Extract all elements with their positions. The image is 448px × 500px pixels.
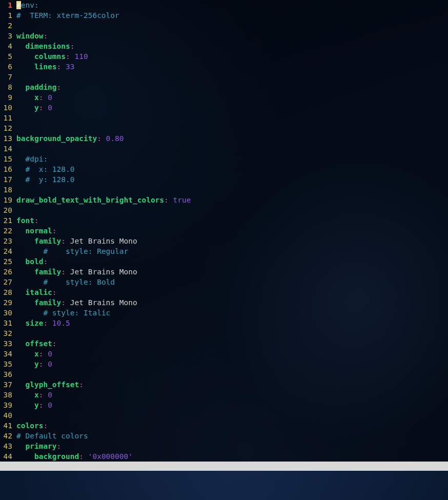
code-line[interactable]: 5 columns: 110 bbox=[0, 51, 448, 62]
code-line[interactable]: 7 bbox=[0, 72, 448, 82]
code-line[interactable]: 39 y: 0 bbox=[0, 400, 448, 410]
code-line[interactable]: 8 padding: bbox=[0, 82, 448, 92]
code-editor[interactable]: 1#env:1# TERM: xterm-256color23window:4 … bbox=[0, 0, 448, 462]
code-token: 0 bbox=[48, 391, 52, 399]
code-content[interactable]: y: 0 bbox=[16, 103, 448, 113]
code-line[interactable]: 31 size: 10.5 bbox=[0, 318, 448, 328]
code-line[interactable]: 21font: bbox=[0, 215, 448, 226]
code-line[interactable]: 41colors: bbox=[0, 421, 448, 431]
code-line[interactable]: 1# TERM: xterm-256color bbox=[0, 10, 448, 21]
code-content[interactable]: columns: 110 bbox=[16, 51, 448, 62]
code-line[interactable]: 44 background: '0x000000' bbox=[0, 451, 448, 462]
code-content[interactable]: offset: bbox=[16, 338, 448, 349]
code-token bbox=[16, 278, 43, 286]
code-token bbox=[16, 401, 34, 409]
code-line[interactable]: 19draw_bold_text_with_bright_colors: tru… bbox=[0, 195, 448, 205]
code-content[interactable]: # Default colors bbox=[16, 431, 448, 441]
code-content[interactable]: x: 0 bbox=[16, 390, 448, 400]
code-content[interactable]: # x: 128.0 bbox=[16, 164, 448, 174]
code-token bbox=[43, 401, 48, 409]
code-line[interactable]: 12 bbox=[0, 123, 448, 133]
code-content[interactable]: primary: bbox=[16, 441, 448, 451]
code-content[interactable]: background: '0x000000' bbox=[16, 451, 448, 462]
code-line[interactable]: 10 y: 0 bbox=[0, 103, 448, 113]
code-content[interactable]: draw_bold_text_with_bright_colors: true bbox=[16, 195, 448, 205]
code-line[interactable]: 43 primary: bbox=[0, 441, 448, 451]
code-content[interactable]: x: 0 bbox=[16, 92, 448, 103]
code-token: # Default colors bbox=[16, 432, 88, 440]
code-token: : bbox=[61, 237, 66, 245]
code-line[interactable]: 11 bbox=[0, 113, 448, 123]
code-line[interactable]: 4 dimensions: bbox=[0, 41, 448, 51]
code-content[interactable]: # style: Italic bbox=[16, 308, 448, 318]
code-line[interactable]: 33 offset: bbox=[0, 338, 448, 349]
code-line[interactable]: 2 bbox=[0, 21, 448, 31]
code-content[interactable]: bold: bbox=[16, 256, 448, 267]
code-content[interactable]: # y: 128.0 bbox=[16, 174, 448, 185]
code-line[interactable]: 27 # style: Bold bbox=[0, 277, 448, 287]
code-content[interactable]: lines: 33 bbox=[16, 62, 448, 72]
code-token: # x: 128.0 bbox=[25, 165, 74, 173]
code-line[interactable]: 36 bbox=[0, 369, 448, 379]
code-content[interactable]: y: 0 bbox=[16, 359, 448, 369]
code-content[interactable]: normal: bbox=[16, 226, 448, 236]
code-line[interactable]: 25 bold: bbox=[0, 256, 448, 267]
code-content[interactable]: size: 10.5 bbox=[16, 318, 448, 328]
code-token bbox=[16, 42, 25, 50]
code-content[interactable]: x: 0 bbox=[16, 349, 448, 359]
code-line[interactable]: 30 # style: Italic bbox=[0, 308, 448, 318]
code-content[interactable]: #dpi: bbox=[16, 154, 448, 164]
code-line[interactable]: 35 y: 0 bbox=[0, 359, 448, 369]
code-token: draw_bold_text_with_bright_colors bbox=[16, 196, 164, 204]
code-content[interactable]: colors: bbox=[16, 421, 448, 431]
line-number: 12 bbox=[0, 123, 16, 133]
code-content[interactable]: #env: bbox=[16, 0, 448, 10]
code-line[interactable]: 32 bbox=[0, 328, 448, 338]
code-line[interactable]: 23 family: Jet Brains Mono bbox=[0, 236, 448, 246]
code-content[interactable]: window: bbox=[16, 31, 448, 41]
code-line[interactable]: 29 family: Jet Brains Mono bbox=[0, 297, 448, 308]
line-number: 4 bbox=[0, 41, 16, 51]
line-number: 29 bbox=[0, 297, 16, 308]
code-token: lines bbox=[34, 63, 57, 71]
code-line[interactable]: 28 italic: bbox=[0, 287, 448, 297]
code-token: x bbox=[34, 93, 39, 102]
code-content[interactable]: family: Jet Brains Mono bbox=[16, 297, 448, 308]
code-token: : bbox=[57, 63, 62, 71]
code-line[interactable]: 26 family: Jet Brains Mono bbox=[0, 267, 448, 277]
code-content[interactable]: font: bbox=[16, 215, 448, 226]
code-token: Jet Brains Mono bbox=[66, 237, 137, 245]
code-line[interactable]: 13background_opacity: 0.80 bbox=[0, 133, 448, 144]
code-token bbox=[16, 339, 25, 348]
code-line[interactable]: 14 bbox=[0, 144, 448, 154]
code-content[interactable]: padding: bbox=[16, 82, 448, 92]
code-line[interactable]: 15 #dpi: bbox=[0, 154, 448, 164]
code-content[interactable]: y: 0 bbox=[16, 400, 448, 410]
code-line[interactable]: 42# Default colors bbox=[0, 431, 448, 441]
code-content[interactable]: # style: Regular bbox=[16, 246, 448, 256]
code-content[interactable]: italic: bbox=[16, 287, 448, 297]
code-line[interactable]: 17 # y: 128.0 bbox=[0, 174, 448, 185]
code-line[interactable]: 40 bbox=[0, 410, 448, 421]
code-line[interactable]: 38 x: 0 bbox=[0, 390, 448, 400]
code-line[interactable]: 20 bbox=[0, 205, 448, 215]
code-line[interactable]: 24 # style: Regular bbox=[0, 246, 448, 256]
code-line[interactable]: 1#env: bbox=[0, 0, 448, 10]
code-token: dimensions bbox=[25, 42, 70, 50]
code-content[interactable]: # TERM: xterm-256color bbox=[16, 10, 448, 21]
code-line[interactable]: 37 glyph_offset: bbox=[0, 379, 448, 390]
code-line[interactable]: 3window: bbox=[0, 31, 448, 41]
code-line[interactable]: 9 x: 0 bbox=[0, 92, 448, 103]
code-content[interactable]: # style: Bold bbox=[16, 277, 448, 287]
code-line[interactable]: 16 # x: 128.0 bbox=[0, 164, 448, 174]
code-content[interactable]: glyph_offset: bbox=[16, 379, 448, 390]
code-content[interactable]: dimensions: bbox=[16, 41, 448, 51]
code-line[interactable]: 18 bbox=[0, 185, 448, 195]
line-number: 25 bbox=[0, 256, 16, 267]
code-content[interactable]: background_opacity: 0.80 bbox=[16, 133, 448, 144]
code-content[interactable]: family: Jet Brains Mono bbox=[16, 267, 448, 277]
code-line[interactable]: 34 x: 0 bbox=[0, 349, 448, 359]
code-content[interactable]: family: Jet Brains Mono bbox=[16, 236, 448, 246]
code-line[interactable]: 6 lines: 33 bbox=[0, 62, 448, 72]
code-line[interactable]: 22 normal: bbox=[0, 226, 448, 236]
